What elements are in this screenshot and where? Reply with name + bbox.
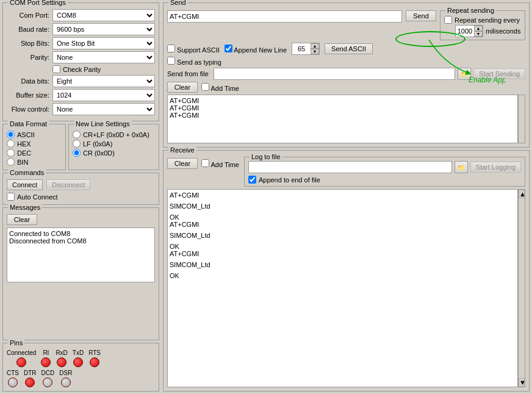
scrollbar-down[interactable]: ▼ [519, 378, 525, 387]
data-bits-select[interactable]: Eight [52, 75, 155, 87]
parity-label: Parity: [7, 54, 52, 61]
send-file-browse-button[interactable]: 📁 [458, 68, 471, 80]
repeat-sending-title: Repeat sending [445, 7, 496, 14]
interval-input[interactable] [456, 26, 474, 37]
pin-label: RI [43, 349, 49, 356]
auto-connect-label: Auto Connect [17, 193, 58, 201]
support-ascii-checkbox-label: Support ASCII [167, 45, 220, 54]
ms-label: miliseconds [486, 27, 520, 35]
com-port-settings-title: COM Port Settings [8, 0, 68, 6]
send-clear-button[interactable]: Clear [167, 82, 198, 93]
send-as-typing-label: Send as typing [167, 57, 221, 66]
cr-radio[interactable] [73, 149, 81, 157]
receive-add-time-checkbox[interactable] [201, 159, 209, 167]
receive-text-line: OK [170, 272, 516, 279]
send-section: Send Send Repeat sending Repeat sending … [163, 2, 530, 148]
append-new-line-checkbox-label: Append New Line [225, 45, 287, 54]
parity-select[interactable]: None [52, 51, 155, 63]
data-format-title: Data Format [8, 120, 49, 127]
pin-led [25, 378, 35, 387]
auto-connect-checkbox[interactable] [7, 193, 15, 201]
pin-label: Connected [7, 349, 36, 356]
bin-label: BIN [17, 159, 28, 166]
append-to-end-label: Append to end of file [259, 176, 320, 184]
support-ascii-checkbox[interactable] [167, 45, 175, 52]
send-text-area: AT+CGMIAT+CGMIAT+CGMI [167, 95, 518, 143]
start-sending-button: Start Sending [473, 68, 525, 79]
log-file-input[interactable] [248, 161, 452, 173]
receive-text-line: SIMCOM_Ltd [170, 202, 516, 210]
ascii-radio[interactable] [7, 131, 15, 138]
crlf-radio[interactable] [73, 131, 81, 138]
com-port-select[interactable]: COM8 [52, 9, 155, 21]
send-add-time-checkbox[interactable] [201, 83, 209, 91]
messages-clear-button[interactable]: Clear [7, 214, 37, 225]
interval-spinbox[interactable]: ▲ ▼ [455, 25, 483, 37]
commands-title: Commands [8, 169, 46, 176]
repeat-sending-label: Repeat sending every [455, 16, 520, 24]
send-as-typing-checkbox[interactable] [167, 57, 175, 65]
send-button[interactable]: Send [406, 10, 436, 21]
receive-clear-button[interactable]: Clear [167, 158, 198, 169]
crlf-label: CR+LF (0x0D + 0x0A) [83, 131, 149, 138]
check-parity-checkbox[interactable] [52, 65, 60, 73]
com-port-settings-group: COM Port Settings Com Port: COM8 Baud ra… [2, 2, 159, 121]
log-to-file-title: Log to file [250, 153, 282, 160]
receive-add-time-label: Add Time [201, 159, 239, 168]
interval-spinners: ▲ ▼ [474, 26, 483, 37]
pin-label: RxD [56, 349, 67, 356]
dec-radio[interactable] [7, 149, 15, 157]
buffer-size-select[interactable]: 1024 [52, 89, 155, 101]
log-file-browse-button[interactable]: 📁 [455, 161, 468, 173]
receive-section: Receive Clear Add Time Log to file [163, 150, 530, 392]
send-ascii-button[interactable]: Send ASCII [325, 43, 373, 54]
pin-item: Connected [7, 349, 36, 367]
send-file-input[interactable] [214, 68, 455, 80]
send-text-line: AT+CGMI [170, 104, 516, 112]
pin-item: DSR [59, 370, 72, 387]
send-scrollbar[interactable] [518, 95, 525, 143]
receive-text-line: AT+CGMI [170, 192, 516, 199]
disconnect-button: Disconnect [46, 179, 90, 190]
send-command-input[interactable] [167, 10, 402, 23]
commands-group: Commands Connect Disconnect Auto Connect [2, 173, 159, 205]
bin-radio[interactable] [7, 158, 15, 166]
message-line-1: Connected to COM8 [9, 230, 153, 237]
hex-radio[interactable] [7, 140, 15, 148]
send-text-line: AT+CGMI [170, 97, 516, 104]
log-to-file-box: Log to file 📁 Start Logging Append to en… [244, 157, 525, 187]
receive-text-line: SIMCOM_Ltd [170, 261, 516, 268]
pin-led [57, 357, 66, 367]
append-new-line-checkbox[interactable] [225, 45, 232, 52]
stop-bits-label: Stop Bits: [7, 40, 52, 47]
com-port-label: Com Port: [7, 12, 52, 19]
pin-led [41, 357, 51, 367]
ascii-label: ASCII [17, 131, 35, 138]
receive-title: Receive [168, 146, 196, 154]
stop-bits-select[interactable]: One Stop Bit [52, 37, 155, 49]
receive-scrollbar[interactable]: ▲ ▼ [518, 189, 525, 387]
flow-control-label: Flow control: [7, 106, 52, 113]
repeat-sending-checkbox[interactable] [444, 16, 452, 24]
ascii-up[interactable]: ▲ [311, 43, 319, 49]
pin-item: TxD [73, 349, 84, 367]
baud-rate-select[interactable]: 9600 bps [52, 23, 155, 35]
flow-control-select[interactable]: None [52, 103, 155, 115]
messages-title: Messages [8, 204, 42, 211]
ascii-num-input[interactable] [292, 43, 311, 54]
baud-rate-label: Baud rate: [7, 26, 52, 33]
scrollbar-up[interactable]: ▲ [519, 190, 525, 198]
lf-radio[interactable] [73, 140, 81, 148]
ascii-down[interactable]: ▼ [311, 49, 319, 54]
connect-button[interactable]: Connect [7, 179, 43, 190]
pin-item: CTS [7, 370, 19, 387]
message-line-2: Disconnected from COM8 [9, 237, 153, 245]
interval-down[interactable]: ▼ [474, 31, 483, 37]
append-to-end-checkbox[interactable] [248, 176, 256, 184]
pin-label: DTR [24, 370, 37, 376]
pins-row-2: CTSDTRDCDDSR [7, 370, 155, 387]
ascii-num-spinbox[interactable]: ▲ ▼ [292, 43, 320, 55]
pin-led [90, 357, 99, 367]
interval-up[interactable]: ▲ [474, 26, 483, 31]
receive-text-area: AT+CGMISIMCOM_LtdOKAT+CGMISIMCOM_LtdOKAT… [167, 189, 518, 387]
